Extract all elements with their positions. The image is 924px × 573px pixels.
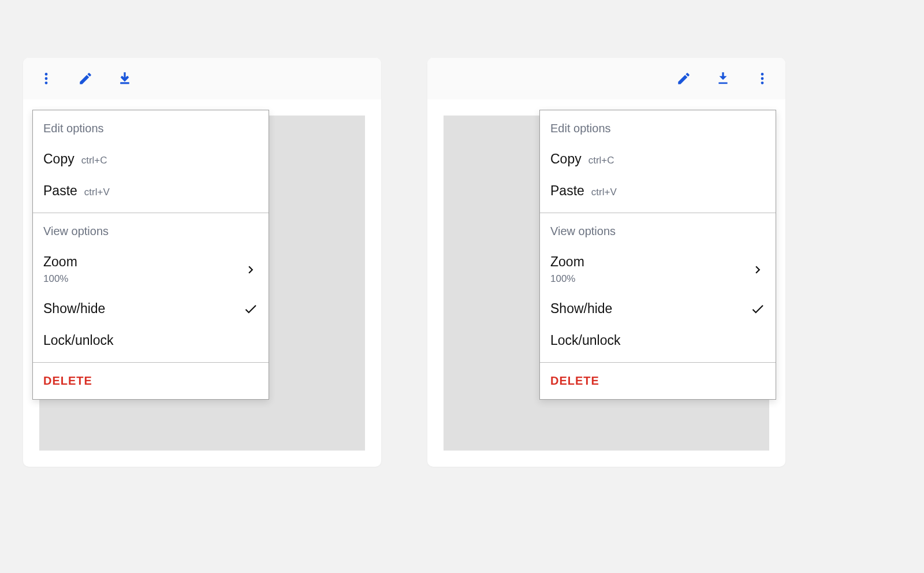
menu-item-shortcut: ctrl+V [591, 187, 617, 198]
menu-item-label: Copy [550, 151, 582, 167]
menu-section-view: View options Zoom 100% Show/hide Lock/un… [540, 213, 776, 362]
svg-marker-9 [720, 76, 727, 80]
svg-point-1 [45, 77, 48, 80]
download-icon [117, 71, 132, 86]
svg-point-13 [761, 81, 764, 84]
svg-point-2 [45, 81, 48, 84]
dropdown-menu: Edit options Copy ctrl+C Paste ctrl+V Vi… [32, 110, 269, 400]
card-left: Edit options Copy ctrl+C Paste ctrl+V Vi… [23, 58, 381, 467]
menu-item-label: Lock/unlock [550, 333, 620, 348]
menu-item-label: Paste [550, 183, 584, 199]
menu-item-label: Copy [43, 151, 74, 167]
pencil-icon [78, 71, 93, 86]
menu-item-paste[interactable]: Paste ctrl+V [33, 175, 269, 207]
menu-section-destructive: DELETE [540, 362, 776, 399]
more-button[interactable] [751, 67, 774, 90]
menu-item-paste[interactable]: Paste ctrl+V [540, 175, 776, 207]
more-vertical-icon [39, 71, 54, 86]
menu-header-view: View options [33, 222, 269, 246]
download-icon [716, 71, 731, 86]
menu-item-zoom[interactable]: Zoom 100% [540, 246, 776, 293]
more-vertical-icon [755, 71, 770, 86]
check-icon [750, 302, 765, 317]
download-button[interactable] [113, 67, 136, 90]
svg-rect-3 [120, 83, 129, 84]
card-right: Edit options Copy ctrl+C Paste ctrl+V Vi… [427, 58, 785, 467]
menu-item-lock-unlock[interactable]: Lock/unlock [540, 325, 776, 356]
menu-section-edit: Edit options Copy ctrl+C Paste ctrl+V [540, 110, 776, 213]
edit-button[interactable] [74, 67, 97, 90]
card-header-left [23, 58, 381, 99]
menu-item-show-hide[interactable]: Show/hide [33, 293, 269, 325]
menu-header-edit: Edit options [33, 120, 269, 143]
chevron-right-icon [750, 262, 765, 277]
menu-item-lock-unlock[interactable]: Lock/unlock [33, 325, 269, 356]
menu-item-show-hide[interactable]: Show/hide [540, 293, 776, 325]
menu-item-delete[interactable]: DELETE [33, 363, 269, 399]
menu-item-label: Show/hide [43, 301, 105, 317]
check-icon [243, 302, 258, 317]
svg-rect-10 [718, 83, 727, 84]
more-button[interactable] [35, 67, 58, 90]
menu-section-destructive: DELETE [33, 362, 269, 399]
dropdown-menu: Edit options Copy ctrl+C Paste ctrl+V Vi… [539, 110, 776, 400]
menu-item-shortcut: ctrl+C [588, 155, 614, 166]
menu-item-label: Zoom [43, 254, 77, 270]
menu-header-view: View options [540, 222, 776, 246]
menu-item-shortcut: ctrl+V [84, 187, 110, 198]
menu-item-sublabel: 100% [43, 273, 77, 285]
card-header-right [427, 58, 785, 99]
svg-point-0 [45, 73, 48, 76]
menu-item-copy[interactable]: Copy ctrl+C [540, 143, 776, 175]
menu-item-shortcut: ctrl+C [81, 155, 107, 166]
menu-item-label: Zoom [550, 254, 584, 270]
svg-point-11 [761, 73, 764, 76]
menu-item-zoom[interactable]: Zoom 100% [33, 246, 269, 293]
menu-item-label: Lock/unlock [43, 333, 113, 348]
menu-item-sublabel: 100% [550, 273, 584, 285]
menu-item-label: Show/hide [550, 301, 612, 317]
menu-header-edit: Edit options [540, 120, 776, 143]
pencil-icon [676, 71, 691, 86]
menu-section-view: View options Zoom 100% Show/hide Lock/un… [33, 213, 269, 362]
edit-button[interactable] [672, 67, 695, 90]
chevron-right-icon [243, 262, 258, 277]
menu-item-copy[interactable]: Copy ctrl+C [33, 143, 269, 175]
menu-section-edit: Edit options Copy ctrl+C Paste ctrl+V [33, 110, 269, 213]
menu-item-label: Paste [43, 183, 77, 199]
download-button[interactable] [711, 67, 735, 90]
svg-point-12 [761, 77, 764, 80]
menu-item-delete[interactable]: DELETE [540, 363, 776, 399]
